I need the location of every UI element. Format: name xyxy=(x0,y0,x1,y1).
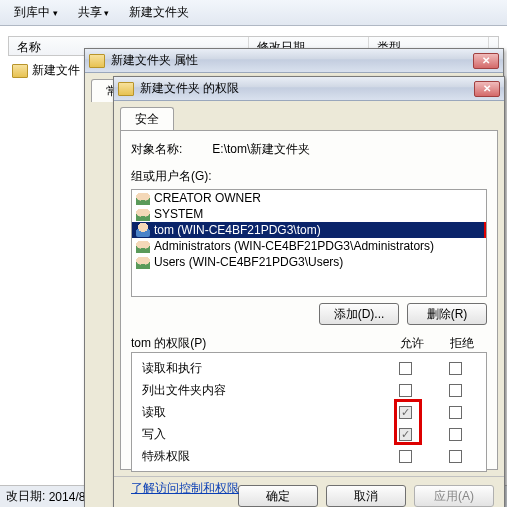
explorer-toolbar: 到库中 共享 新建文件夹 xyxy=(0,0,507,26)
user-name: CREATOR OWNER xyxy=(154,191,261,205)
object-name-value: E:\tom\新建文件夹 xyxy=(212,141,310,158)
tab-security[interactable]: 安全 xyxy=(120,107,174,130)
user-item[interactable]: tom (WIN-CE4BF21PDG3\tom) xyxy=(132,222,486,238)
user-item[interactable]: CREATOR OWNER xyxy=(132,190,486,206)
tab-strip: 安全 xyxy=(120,107,504,130)
user-item[interactable]: Users (WIN-CE4BF21PDG3\Users) xyxy=(132,254,486,270)
learn-more-link[interactable]: 了解访问控制和权限 xyxy=(131,481,239,495)
file-row[interactable]: 新建文件 xyxy=(12,62,80,79)
share-menu[interactable]: 共享 xyxy=(70,4,118,21)
permission-row: 写入 xyxy=(138,423,480,445)
user-icon xyxy=(136,223,150,237)
permission-label: 列出文件夹内容 xyxy=(138,382,380,399)
permissions-title: 新建文件夹 的权限 xyxy=(140,80,474,97)
add-button[interactable]: 添加(D)... xyxy=(319,303,399,325)
allow-checkbox[interactable] xyxy=(399,428,412,441)
permissions-titlebar[interactable]: 新建文件夹 的权限 ✕ xyxy=(114,77,504,101)
close-icon[interactable]: ✕ xyxy=(473,53,499,69)
group-icon xyxy=(136,255,150,269)
user-name: Administrators (WIN-CE4BF21PDG3\Administ… xyxy=(154,239,434,253)
permission-row: 读取 xyxy=(138,401,480,423)
deny-column-header: 拒绝 xyxy=(437,335,487,352)
permissions-dialog: 新建文件夹 的权限 ✕ 安全 对象名称: E:\tom\新建文件夹 组或用户名(… xyxy=(113,76,505,507)
permission-row: 特殊权限 xyxy=(138,445,480,467)
properties-title: 新建文件夹 属性 xyxy=(111,52,473,69)
folder-icon xyxy=(89,54,105,68)
user-item[interactable]: Administrators (WIN-CE4BF21PDG3\Administ… xyxy=(132,238,486,254)
status-prefix: 改日期: xyxy=(6,488,45,505)
close-icon[interactable]: ✕ xyxy=(474,81,500,97)
group-user-label: 组或用户名(G): xyxy=(131,168,487,185)
user-name: Users (WIN-CE4BF21PDG3\Users) xyxy=(154,255,343,269)
deny-checkbox[interactable] xyxy=(449,384,462,397)
allow-checkbox[interactable] xyxy=(399,450,412,463)
deny-checkbox[interactable] xyxy=(449,362,462,375)
new-folder-button[interactable]: 新建文件夹 xyxy=(121,4,197,21)
object-name-label: 对象名称: xyxy=(131,141,182,158)
group-icon xyxy=(136,207,150,221)
permission-row: 列出文件夹内容 xyxy=(138,379,480,401)
deny-checkbox[interactable] xyxy=(449,406,462,419)
deny-checkbox[interactable] xyxy=(449,450,462,463)
group-icon xyxy=(136,191,150,205)
user-name: tom (WIN-CE4BF21PDG3\tom) xyxy=(154,223,321,237)
permission-label: 特殊权限 xyxy=(138,448,380,465)
properties-titlebar[interactable]: 新建文件夹 属性 ✕ xyxy=(85,49,503,73)
file-name: 新建文件 xyxy=(32,62,80,79)
folder-icon xyxy=(118,82,134,96)
security-panel: 对象名称: E:\tom\新建文件夹 组或用户名(G): CREATOR OWN… xyxy=(120,130,498,470)
user-list[interactable]: CREATOR OWNERSYSTEMtom (WIN-CE4BF21PDG3\… xyxy=(131,189,487,297)
permission-row: 读取和执行 xyxy=(138,357,480,379)
permissions-for-label: tom 的权限(P) xyxy=(131,335,387,352)
allow-checkbox[interactable] xyxy=(399,362,412,375)
permission-label: 写入 xyxy=(138,426,380,443)
remove-button[interactable]: 删除(R) xyxy=(407,303,487,325)
group-icon xyxy=(136,239,150,253)
status-date: 2014/8 xyxy=(49,490,86,504)
user-name: SYSTEM xyxy=(154,207,203,221)
permission-list: 读取和执行列出文件夹内容读取写入特殊权限 xyxy=(131,352,487,472)
allow-checkbox[interactable] xyxy=(399,406,412,419)
permission-label: 读取和执行 xyxy=(138,360,380,377)
folder-icon xyxy=(12,64,28,78)
user-item[interactable]: SYSTEM xyxy=(132,206,486,222)
allow-column-header: 允许 xyxy=(387,335,437,352)
allow-checkbox[interactable] xyxy=(399,384,412,397)
include-in-library-menu[interactable]: 到库中 xyxy=(6,4,66,21)
permission-label: 读取 xyxy=(138,404,380,421)
deny-checkbox[interactable] xyxy=(449,428,462,441)
